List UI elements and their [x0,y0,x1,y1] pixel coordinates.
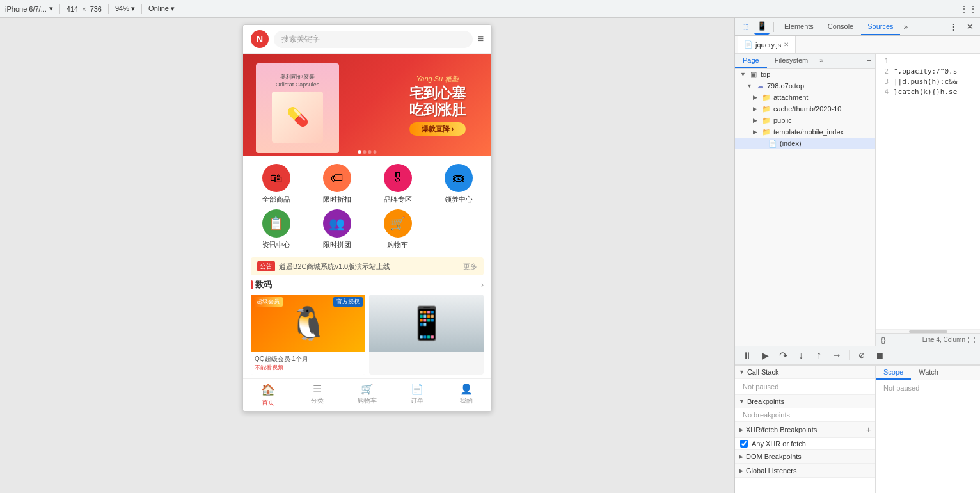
category-item-6[interactable]: 🛒 购物车 [370,209,425,250]
pause-on-exception-button[interactable]: ⏹ [873,348,887,362]
folder-icon-2: 📁 [762,104,771,113]
category-item-0[interactable]: 🛍 全部商品 [248,164,304,204]
nav-item-category[interactable]: ☰ 分类 [293,383,343,407]
global-listeners-header[interactable]: ▶ Global Listeners [735,464,875,478]
sources-file-tabs: 📄 jquery.js ✕ [735,36,980,54]
tree-item-attachment[interactable]: ▶ 📁 attachment [735,92,875,103]
product-desc-0: QQ超级会员·1个月不能看视频 [251,352,365,375]
global-listeners-title: Global Listeners [746,467,797,474]
more-tabs-icon[interactable]: » [901,22,911,31]
phone-header: N 搜索关键字 ≡ [243,25,491,54]
category-item-4[interactable]: 📋 资讯中心 [248,209,304,250]
tab-sources[interactable]: Sources [861,18,899,35]
tree-item-top[interactable]: ▼ ▣ top [735,69,875,80]
expand-icon1: ▶ [753,94,759,101]
tree-item-cache[interactable]: ▶ 📁 cache/thumb/2020-10 [735,103,875,115]
notice-more-button[interactable]: 更多 [463,262,477,271]
step-into-button[interactable]: ↓ [794,348,808,362]
tree-item-index[interactable]: 📄 (index) [735,138,875,149]
category-item-2[interactable]: 🎖 品牌专区 [370,164,425,204]
device-selector[interactable]: iPhone 6/7/... ▾ [5,4,53,13]
step-over-button[interactable]: ↷ [776,348,790,362]
category-label-0: 全部商品 [262,195,290,204]
nav-label-cart: 购物车 [358,396,377,405]
step-out-button[interactable]: ↑ [812,348,826,362]
any-xhr-checkbox[interactable] [740,440,748,448]
banner-cta-button[interactable]: 爆款直降 › [409,122,466,136]
ft-tab-page[interactable]: Page [735,54,767,68]
close-devtools-icon[interactable]: ✕ [962,19,977,35]
tree-item-domain[interactable]: ▼ ☁ 798.o7o.top [735,80,875,92]
app-logo: N [251,30,269,48]
banner-dots [358,150,377,154]
category-item-3[interactable]: 🎟 领券中心 [431,164,486,204]
collapse-icon: ▼ [740,71,747,77]
ft-tab-filesystem[interactable]: Filesystem [767,54,816,68]
product-image-0: 🐧 超级会员 官方授权 [251,295,365,352]
tab-elements[interactable]: Elements [778,18,820,35]
code-line-4: 4 }catch(k){}h.se [876,87,980,97]
dom-breakpoints-header[interactable]: ▶ DOM Breakpoints [735,450,875,464]
scope-tab[interactable]: Scope [876,366,911,380]
call-stack-header[interactable]: ▼ Call Stack [735,366,875,379]
banner-product-text: 奥利司他胶囊Orlistat Capsules [272,74,323,88]
code-line-2: 2 ",opacity:/^0.s [876,67,980,77]
ft-new-icon[interactable]: + [863,54,875,68]
product-badge-member: 超级会员 [253,297,283,307]
ft-spacer [827,54,863,68]
banner-title-line2: 吃到涨肚 [409,102,466,118]
device-icon[interactable]: 📱 [754,19,770,35]
xhr-breakpoints-header[interactable]: ▶ XHR/fetch Breakpoints + [735,422,875,438]
tree-item-public[interactable]: ▶ 📁 public [735,115,875,126]
banner-product-image: 奥利司他胶囊Orlistat Capsules 💊 [256,63,339,153]
nav-label-orders: 订单 [411,396,423,405]
breakpoints-title: Breakpoints [747,398,784,405]
settings-icon[interactable]: ⋮ [945,19,961,35]
top-frame-icon: ▣ [749,70,758,79]
more-options-icon[interactable]: ⋮⋮ [962,3,975,15]
category-icon-2: 🎖 [384,164,412,192]
global-listeners-section: ▶ Global Listeners [735,464,875,478]
category-label-4: 资讯中心 [262,240,290,250]
nav-item-home[interactable]: 🏠 首页 [243,383,293,407]
menu-icon[interactable]: ≡ [478,33,484,45]
dot-2 [363,150,367,154]
dom-breakpoints-section: ▶ DOM Breakpoints [735,450,875,464]
file-icon: 📄 [744,40,753,49]
code-line-1: 1 [876,56,980,67]
resize-icon[interactable]: ⛶ [968,336,975,344]
category-item-1[interactable]: 🏷 限时折扣 [309,164,365,204]
nav-item-orders[interactable]: 📄 订单 [392,383,442,407]
notice-text: 逍遥B2C商城系统v1.0版演示站上线 [279,262,459,271]
add-xhr-breakpoint-button[interactable]: + [866,424,871,435]
step-button[interactable]: → [830,348,844,362]
pause-button[interactable]: ⏸ [740,348,754,362]
file-tree: Page Filesystem » + ▼ ▣ top ▼ ☁ 798.o7o.… [735,54,876,346]
section-arrow-icon[interactable]: › [481,280,484,289]
deactivate-breakpoints-button[interactable]: ⊘ [855,348,869,362]
ft-tab-more[interactable]: » [816,54,827,68]
chevron-down-icon2: ▾ [131,4,135,12]
device-toolbar: iPhone 6/7/... ▾ 414 × 736 94% ▾ Online … [0,0,980,18]
zoom-selector[interactable]: 94% ▾ [115,4,135,13]
watch-tab[interactable]: Watch [911,366,946,380]
search-bar[interactable]: 搜索关键字 [274,31,473,48]
nav-item-cart[interactable]: 🛒 购物车 [342,383,392,407]
resume-button[interactable]: ▶ [758,348,772,362]
product-card-1[interactable]: 📱 [369,295,484,375]
xhr-breakpoints-section: ▶ XHR/fetch Breakpoints + Any XHR or fet… [735,422,875,450]
nav-item-profile[interactable]: 👤 我的 [441,383,491,407]
breakpoints-header[interactable]: ▼ Breakpoints [735,395,875,408]
cursor-position: Line 4, Column [922,336,965,343]
network-selector[interactable]: Online ▾ [148,4,175,13]
tab-console[interactable]: Console [821,18,860,35]
tree-item-template[interactable]: ▶ 📁 template/mobile_index [735,126,875,138]
expand-icon3: ▶ [753,117,759,124]
pretty-print-icon[interactable]: {} [881,336,885,344]
inspect-icon[interactable]: ⬚ [738,19,753,35]
banner: 奥利司他胶囊Orlistat Capsules 💊 Yang·Su 雅塑 宅到心… [243,54,491,156]
category-item-5[interactable]: 👥 限时拼团 [309,209,365,250]
product-card-0[interactable]: 🐧 超级会员 官方授权 QQ超级会员·1个月不能看视频 [251,295,365,375]
close-file-tab-icon[interactable]: ✕ [784,41,789,48]
file-tab-jquery[interactable]: 📄 jquery.js ✕ [738,36,796,53]
